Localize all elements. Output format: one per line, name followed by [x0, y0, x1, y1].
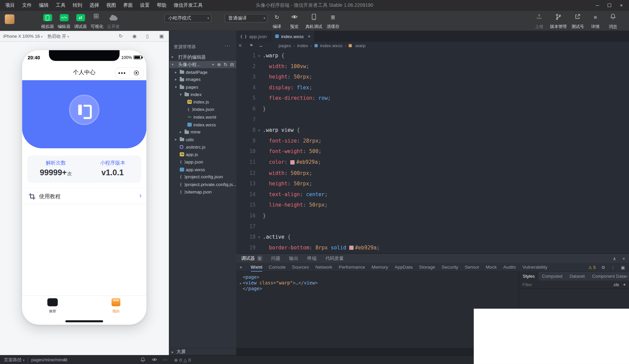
wxml-node[interactable]: </page>: [239, 286, 519, 292]
statusbar-eye-icon[interactable]: [152, 356, 157, 364]
tree-item[interactable]: index.wxss: [169, 121, 236, 128]
menu-item[interactable]: 帮助: [153, 0, 170, 11]
gear-icon[interactable]: ⚙: [601, 265, 605, 270]
code-line[interactable]: 14 text-align: center;: [236, 189, 629, 200]
dock-side-icon[interactable]: ▣: [621, 265, 625, 270]
page-path-value[interactable]: pages/mine/mine: [31, 356, 65, 364]
panel-tab[interactable]: 调试器5: [241, 255, 262, 262]
code-line[interactable]: 6}: [236, 104, 629, 115]
code-line[interactable]: 5 flex-direction: row;: [236, 93, 629, 104]
collapse-panel-icon[interactable]: ∧: [613, 256, 616, 261]
devtools-tab-console[interactable]: Console: [269, 263, 286, 272]
breadcrumb-item[interactable]: index: [297, 43, 308, 48]
compile-select[interactable]: 普通编译▾: [224, 14, 267, 23]
menu-item[interactable]: 工具: [52, 0, 69, 11]
device-debug-button[interactable]: 真机调试: [303, 11, 324, 31]
tab-app-json[interactable]: { }app.json: [236, 31, 271, 42]
styles-filter-input[interactable]: [519, 282, 613, 287]
phone-simulator[interactable]: 20:40 100% 个人中心 ●●● 点我登录 解析次数 99999+次 小程…: [22, 50, 146, 325]
details-button[interactable]: ≡详情: [587, 11, 604, 31]
menu-item[interactable]: 项目: [2, 0, 19, 11]
code-line[interactable]: 18∨.active {: [236, 232, 629, 243]
version-control-button[interactable]: 版本管理: [548, 11, 569, 31]
new-style-rule-icon[interactable]: +: [623, 282, 626, 287]
large-screen-section[interactable]: ▸大屏: [169, 348, 236, 355]
menu-item[interactable]: 选择: [86, 0, 103, 11]
wxml-node[interactable]: ▸<view class="warp">…</view>: [239, 280, 519, 286]
collapse-all-icon[interactable]: ⊟: [230, 62, 234, 67]
mode-button-debugger[interactable]: ⇄调试器: [72, 11, 89, 31]
back-arrow-icon[interactable]: ←: [259, 42, 264, 50]
record-icon[interactable]: ◉: [132, 31, 137, 42]
tab-index-wxss[interactable]: index.wxss×: [271, 31, 315, 42]
mode-button-visualizer[interactable]: ⊞可视化: [89, 11, 105, 31]
preview-button[interactable]: 预览: [286, 11, 303, 31]
tree-item[interactable]: ▾头像小程...+⊕↻⊟: [169, 61, 236, 68]
code-area[interactable]: 1∨.warp {2 width: 100vw;3 height: 50rpx;…: [236, 50, 629, 253]
compile-button[interactable]: ↻编译: [268, 11, 286, 31]
tree-item[interactable]: ▸detailPage: [169, 68, 236, 76]
tree-item[interactable]: ▸mine: [169, 128, 236, 135]
tree-item[interactable]: ▸打开的编辑器: [169, 53, 236, 61]
warning-count[interactable]: ⚠5: [588, 265, 596, 270]
more-dots-icon[interactable]: ●●●: [115, 71, 129, 75]
explorer-more-icon[interactable]: ···: [224, 43, 231, 49]
menu-item[interactable]: 界面: [120, 0, 137, 11]
page-path-label[interactable]: 页面路径 ▾: [4, 356, 25, 364]
menu-item[interactable]: 转到: [69, 0, 86, 11]
devtools-tab-performance[interactable]: Performance: [339, 263, 365, 272]
panel-tab[interactable]: 问题: [271, 255, 280, 262]
statusbar-more-icon[interactable]: ⋯: [163, 356, 167, 364]
user-avatar[interactable]: [5, 14, 14, 24]
tree-item[interactable]: ▸images: [169, 76, 236, 83]
code-line[interactable]: 13 height: 50rpx;: [236, 178, 629, 189]
panel-tab[interactable]: 代码质量: [325, 255, 344, 262]
cls-toggle[interactable]: .cls: [613, 282, 619, 287]
devtools-tab-sources[interactable]: Sources: [292, 263, 309, 272]
color-swatch[interactable]: [291, 160, 295, 164]
styles-tab[interactable]: Dataset: [566, 272, 589, 280]
new-file-icon[interactable]: +: [212, 62, 214, 67]
clear-cache-button[interactable]: ≣清缓存: [324, 11, 342, 31]
code-line[interactable]: 15 line-height: 50rpx;: [236, 200, 629, 211]
bookmark-icon[interactable]: ⚑: [249, 42, 253, 50]
menu-item[interactable]: 视图: [103, 0, 120, 11]
tree-item[interactable]: ▾index: [169, 91, 236, 98]
styles-tab[interactable]: Computed: [538, 272, 566, 280]
fold-icon[interactable]: ∨: [256, 232, 263, 243]
code-line[interactable]: 1∨.warp {: [236, 51, 629, 61]
devtools-tab-wxml[interactable]: Wxml: [251, 263, 262, 272]
refresh-icon[interactable]: ↻: [224, 62, 228, 67]
new-folder-icon[interactable]: ⊕: [217, 62, 221, 67]
upload-button[interactable]: 上传: [530, 11, 548, 31]
messages-button[interactable]: 消息: [604, 11, 622, 31]
panel-tab[interactable]: 终端: [307, 255, 316, 262]
code-line[interactable]: 3 height: 50rpx;: [236, 72, 629, 83]
code-line[interactable]: 10 font-weight: 500;: [236, 147, 629, 157]
devtools-tab-sensor[interactable]: Sensor: [465, 263, 479, 272]
statusbar-bell-icon[interactable]: [141, 356, 145, 364]
expand-icon[interactable]: ▸: [239, 280, 243, 286]
hot-reload-toggle[interactable]: 热启动 开▾: [47, 31, 69, 42]
devtools-tab-audits[interactable]: Audits: [503, 263, 516, 272]
fold-icon[interactable]: ∨: [256, 125, 263, 136]
mode-button-simulator[interactable]: 模拟器: [39, 11, 56, 31]
panel-resize-strip[interactable]: [236, 348, 474, 355]
panel-tab[interactable]: 输出: [289, 255, 298, 262]
devtools-tab-storage[interactable]: Storage: [419, 263, 435, 272]
tree-item[interactable]: ▾pages: [169, 83, 236, 91]
app-logo-avatar[interactable]: [69, 95, 99, 125]
device-select[interactable]: iPhone X 100% 16▾: [3, 31, 43, 42]
problems-indicator[interactable]: ⊗0 △0: [174, 356, 191, 364]
tree-item[interactable]: { }app.json: [169, 158, 236, 165]
restart-icon[interactable]: ↻: [119, 31, 123, 42]
breadcrumb-item[interactable]: index.wxss: [320, 43, 342, 48]
mode-button-editor[interactable]: </>编辑器: [56, 11, 72, 31]
code-line[interactable]: 8∨.warp view {: [236, 125, 629, 136]
devtools-tab-mock[interactable]: Mock: [486, 263, 497, 272]
maximize-icon[interactable]: ☐: [603, 0, 616, 11]
test-account-button[interactable]: 测试号: [569, 11, 587, 31]
code-line[interactable]: 9 font-size: 28rpx;: [236, 136, 629, 147]
close-icon[interactable]: ×: [616, 0, 628, 11]
styles-tab[interactable]: Styles: [519, 272, 538, 280]
